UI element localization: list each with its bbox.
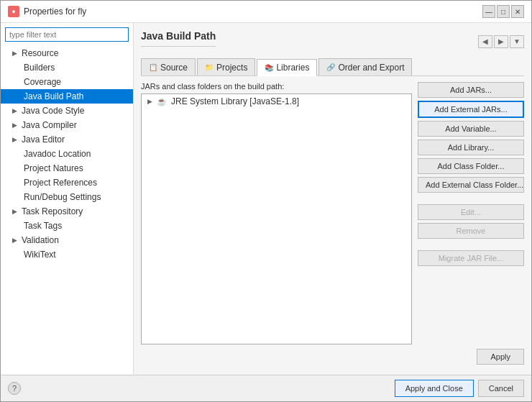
sidebar-item-java-editor[interactable]: ▶ Java Editor: [1, 132, 133, 147]
build-path-area: JARs and class folders on the build path…: [141, 82, 524, 344]
tab-libraries-label: Libraries: [276, 63, 309, 73]
sidebar-item-label: Builders: [24, 63, 55, 73]
tree: ▶ Resource Builders Coverage Java Build …: [1, 46, 133, 375]
sidebar-item-project-natures[interactable]: Project Natures: [1, 161, 133, 175]
tab-order-export-label: Order and Export: [338, 63, 404, 73]
add-variable-button[interactable]: Add Variable...: [418, 121, 524, 137]
sidebar-item-resource[interactable]: ▶ Resource: [1, 46, 133, 60]
sidebar-item-label: Run/Debug Settings: [24, 192, 101, 202]
libraries-tab-icon: 📚: [265, 64, 273, 72]
sidebar-item-label: Project Natures: [24, 163, 83, 173]
expand-arrow: ▶: [12, 237, 17, 244]
help-button[interactable]: ?: [8, 382, 21, 395]
sidebar-item-label: Javadoc Location: [24, 149, 91, 159]
window-title: Properties for fly: [24, 6, 86, 17]
sidebar-item-wikitext[interactable]: WikiText: [1, 247, 133, 262]
add-class-folder-button[interactable]: Add Class Folder...: [418, 158, 524, 174]
expand-arrow: ▶: [12, 122, 17, 129]
sidebar-item-label: Resource: [22, 48, 58, 58]
apply-close-button[interactable]: Apply and Close: [395, 380, 474, 397]
list-box[interactable]: ▶ ☕ JRE System Library [JavaSE-1.8]: [141, 93, 412, 344]
sidebar-item-run-debug-settings[interactable]: Run/Debug Settings: [1, 190, 133, 204]
cancel-button[interactable]: Cancel: [478, 380, 524, 397]
expand-arrow: ▶: [12, 107, 17, 114]
sidebar-item-label: Java Build Path: [24, 91, 83, 101]
list-area: JARs and class folders on the build path…: [141, 82, 412, 344]
apply-button-area: Apply: [141, 344, 524, 367]
main-panel: Java Build Path ◀ ▶ ▼ 📋 Source 📁 Project…: [134, 23, 531, 375]
sidebar-item-java-compiler[interactable]: ▶ Java Compiler: [1, 118, 133, 132]
list-label: JARs and class folders on the build path…: [141, 82, 412, 91]
sidebar-item-java-build-path[interactable]: Java Build Path: [1, 89, 133, 104]
source-tab-icon: 📋: [149, 63, 157, 71]
sidebar-item-label: Coverage: [24, 77, 61, 87]
apply-button[interactable]: Apply: [477, 349, 524, 365]
sidebar-item-label: WikiText: [24, 250, 56, 260]
sidebar: ▶ Resource Builders Coverage Java Build …: [1, 23, 134, 375]
close-button[interactable]: ✕: [511, 5, 524, 18]
sidebar-item-label: Project References: [24, 178, 97, 188]
btn-spacer: [418, 196, 524, 201]
add-external-jars-button[interactable]: Add External JARs...: [418, 101, 524, 118]
properties-window: ● Properties for fly — □ ✕ ▶ Resource Bu…: [0, 0, 532, 402]
sidebar-item-validation[interactable]: ▶ Validation: [1, 233, 133, 247]
btn-spacer2: [418, 242, 524, 247]
content-area: ▶ Resource Builders Coverage Java Build …: [1, 23, 531, 375]
sidebar-item-builders[interactable]: Builders: [1, 60, 133, 75]
tab-order-export[interactable]: 🔗 Order and Export: [318, 58, 412, 76]
footer-bar: ? Apply and Close Cancel: [1, 375, 531, 401]
list-item[interactable]: ▶ ☕ JRE System Library [JavaSE-1.8]: [142, 94, 411, 109]
title-bar-left: ● Properties for fly: [8, 6, 86, 17]
expand-arrow: ▶: [12, 208, 17, 215]
list-item-expand-arrow: ▶: [147, 98, 152, 105]
buttons-area: Add JARs... Add External JARs... Add Var…: [418, 82, 524, 344]
sidebar-item-coverage[interactable]: Coverage: [1, 75, 133, 89]
footer-right: Apply and Close Cancel: [395, 380, 524, 397]
expand-arrow: ▶: [12, 50, 17, 57]
list-item-jar-icon: ☕: [157, 97, 167, 106]
nav-buttons: ◀ ▶ ▼: [478, 35, 524, 48]
add-external-class-folder-button[interactable]: Add External Class Folder...: [418, 177, 524, 193]
sidebar-item-label: Task Tags: [24, 221, 62, 231]
tab-source-label: Source: [160, 63, 188, 73]
sidebar-item-label: Java Compiler: [22, 120, 77, 130]
window-icon: ●: [8, 6, 19, 17]
sidebar-item-java-code-style[interactable]: ▶ Java Code Style: [1, 104, 133, 118]
add-jars-button[interactable]: Add JARs...: [418, 82, 524, 98]
order-export-tab-icon: 🔗: [326, 63, 335, 71]
add-library-button[interactable]: Add Library...: [418, 140, 524, 155]
nav-forward-button[interactable]: ▶: [494, 35, 508, 48]
minimize-button[interactable]: —: [482, 5, 495, 18]
main-title: Java Build Path: [141, 30, 216, 47]
sidebar-item-javadoc-location[interactable]: Javadoc Location: [1, 147, 133, 161]
list-item-label: JRE System Library [JavaSE-1.8]: [171, 96, 299, 106]
sidebar-item-label: Validation: [22, 235, 59, 245]
tabs-bar: 📋 Source 📁 Projects 📚 Libraries 🔗 Order …: [141, 58, 524, 76]
remove-button[interactable]: Remove: [418, 223, 524, 239]
expand-arrow: ▶: [12, 136, 17, 143]
footer-left: ?: [8, 382, 21, 395]
title-bar: ● Properties for fly — □ ✕: [1, 1, 531, 23]
tab-source[interactable]: 📋 Source: [141, 58, 196, 76]
maximize-button[interactable]: □: [497, 5, 510, 18]
edit-button[interactable]: Edit...: [418, 204, 524, 220]
migrate-jar-button[interactable]: Migrate JAR File...: [418, 250, 524, 266]
tab-projects-label: Projects: [216, 63, 247, 73]
sidebar-item-label: Task Repository: [22, 206, 83, 216]
sidebar-item-label: Java Code Style: [22, 106, 84, 116]
sidebar-item-task-tags[interactable]: Task Tags: [1, 219, 133, 233]
nav-dropdown-button[interactable]: ▼: [510, 35, 524, 48]
filter-input[interactable]: [5, 27, 129, 42]
sidebar-item-project-references[interactable]: Project References: [1, 175, 133, 190]
title-controls: — □ ✕: [482, 5, 524, 18]
main-header: Java Build Path ◀ ▶ ▼: [141, 30, 524, 52]
projects-tab-icon: 📁: [205, 63, 214, 71]
sidebar-item-label: Java Editor: [22, 134, 65, 145]
sidebar-item-task-repository[interactable]: ▶ Task Repository: [1, 204, 133, 219]
tab-libraries[interactable]: 📚 Libraries: [257, 59, 317, 76]
nav-back-button[interactable]: ◀: [478, 35, 492, 48]
tab-projects[interactable]: 📁 Projects: [197, 58, 255, 76]
